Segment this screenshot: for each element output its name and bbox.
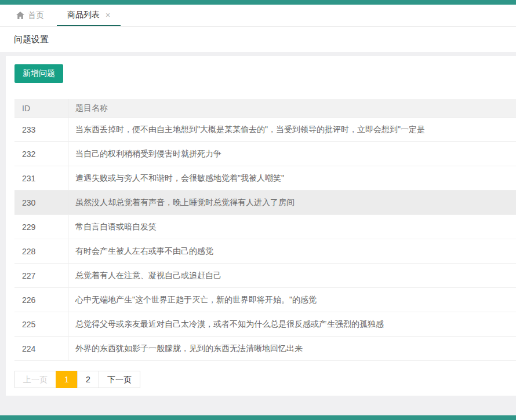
row-id: 232 [14, 142, 68, 166]
row-title: 心中无端地产生"这个世界正趋于灭亡，新的世界即将开始。"的感觉 [68, 295, 516, 305]
tab-bar: 首页 商品列表 × [0, 5, 516, 27]
tab-product-list[interactable]: 商品列表 × [57, 5, 121, 26]
tab-product-list-label: 商品列表 [67, 10, 100, 20]
home-icon [16, 12, 24, 19]
content-area: 新增问题 ID 题目名称 233 当东西丢掉时，便不由自主地想到"大概是某某偷去… [0, 52, 516, 396]
table-row[interactable]: 231 遭遇失败或与旁人不和谐时，会很敏感地觉着"我被人嘲笑" [14, 166, 516, 191]
table-row[interactable]: 228 有时会产生被人左右或事不由己的感觉 [14, 239, 516, 264]
table-header-row: ID 题目名称 [14, 99, 516, 118]
row-title: 总觉着有人在注意、凝视自己或追赶自己 [68, 271, 516, 281]
pagination-next-button[interactable]: 下一页 [99, 371, 140, 388]
tab-home[interactable]: 首页 [0, 5, 57, 26]
row-title: 总觉得父母或亲友最近对自己太冷漠，或者不知为什么总是很反感或产生强烈的孤独感 [68, 319, 516, 330]
row-id: 226 [14, 288, 68, 312]
row-title: 遭遇失败或与旁人不和谐时，会很敏感地觉着"我被人嘲笑" [68, 173, 516, 184]
bottom-accent-bar [0, 415, 516, 420]
row-title: 外界的东西犹如影子一般朦胧，见到的东西无法清晰地回忆出来 [68, 344, 516, 354]
row-id: 229 [14, 215, 68, 239]
page-title: 问题设置 [14, 34, 49, 45]
row-title: 虽然没人却总觉着有声音，晚上睡觉时总觉得有人进入了房间 [68, 198, 516, 208]
table-row[interactable]: 226 心中无端地产生"这个世界正趋于灭亡，新的世界即将开始。"的感觉 [14, 288, 516, 312]
column-header-id: ID [14, 99, 68, 117]
row-id: 233 [14, 118, 68, 141]
pagination-page-2[interactable]: 2 [77, 371, 99, 388]
pagination-page-1[interactable]: 1 [56, 371, 78, 388]
table-row[interactable]: 227 总觉着有人在注意、凝视自己或追赶自己 [14, 264, 516, 288]
row-title: 常自言自语或暗自发笑 [68, 222, 516, 232]
row-title: 当自己的权利稍稍受到侵害时就拼死力争 [68, 149, 516, 159]
row-id: 227 [14, 264, 68, 287]
table-row[interactable]: 230 虽然没人却总觉着有声音，晚上睡觉时总觉得有人进入了房间 [14, 191, 516, 215]
table-body: 233 当东西丢掉时，便不由自主地想到"大概是某某偷去的"，当受到领导的批评时，… [14, 118, 516, 361]
table-row[interactable]: 225 总觉得父母或亲友最近对自己太冷漠，或者不知为什么总是很反感或产生强烈的孤… [14, 312, 516, 337]
main-card: 新增问题 ID 题目名称 233 当东西丢掉时，便不由自主地想到"大概是某某偷去… [6, 56, 516, 396]
top-accent-bar [0, 0, 516, 5]
pagination: 上一页 12下一页 [14, 371, 140, 388]
pagination-prev-button[interactable]: 上一页 [14, 371, 56, 388]
row-title: 有时会产生被人左右或事不由己的感觉 [68, 246, 516, 257]
row-title: 当东西丢掉时，便不由自主地想到"大概是某某偷去的"，当受到领导的批评时，立即会想… [68, 125, 516, 135]
add-question-button[interactable]: 新增问题 [14, 64, 63, 83]
page-title-bar: 问题设置 [0, 27, 516, 52]
row-id: 231 [14, 166, 68, 190]
row-id: 224 [14, 337, 68, 360]
tab-home-label: 首页 [28, 10, 44, 21]
table-row[interactable]: 229 常自言自语或暗自发笑 [14, 215, 516, 239]
row-id: 230 [14, 191, 68, 214]
row-id: 225 [14, 312, 68, 336]
table-row[interactable]: 233 当东西丢掉时，便不由自主地想到"大概是某某偷去的"，当受到领导的批评时，… [14, 118, 516, 142]
column-header-title: 题目名称 [68, 103, 516, 114]
table-row[interactable]: 232 当自己的权利稍稍受到侵害时就拼死力争 [14, 142, 516, 166]
row-id: 228 [14, 239, 68, 263]
close-icon[interactable]: × [106, 11, 110, 19]
question-table: ID 题目名称 233 当东西丢掉时，便不由自主地想到"大概是某某偷去的"，当受… [14, 99, 516, 361]
table-row[interactable]: 224 外界的东西犹如影子一般朦胧，见到的东西无法清晰地回忆出来 [14, 337, 516, 361]
